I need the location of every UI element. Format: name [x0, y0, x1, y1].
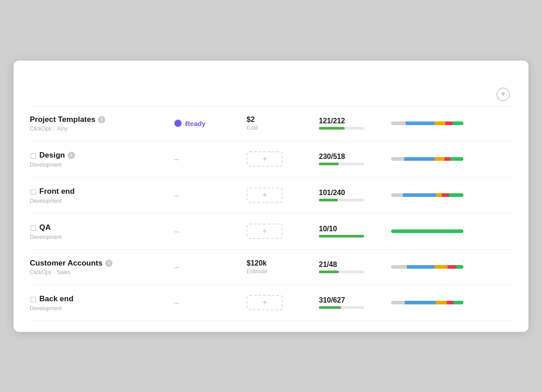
- list-title: Project Templates: [30, 115, 95, 124]
- add-column-button[interactable]: +: [496, 88, 510, 101]
- status-segment: [391, 193, 403, 197]
- info-icon[interactable]: i: [98, 116, 105, 123]
- status-segment: [391, 229, 463, 233]
- statuses-col-qa: [391, 229, 494, 233]
- status-bar: [391, 157, 463, 161]
- status-bar: [391, 193, 463, 197]
- progress-bar-fill: [319, 235, 364, 238]
- progress-col-customer-accounts: 21/48: [319, 261, 391, 273]
- add-calc-button[interactable]: +: [247, 187, 283, 203]
- status-segment: [405, 301, 435, 304]
- calc-col-project-templates: $2Cost: [247, 116, 319, 131]
- progress-fraction: 21/48: [319, 261, 391, 269]
- status-segment: [449, 193, 463, 197]
- status-segment: [404, 157, 435, 161]
- folder-icon: ◻: [30, 150, 37, 160]
- list-name-col-customer-accounts: Customer AccountsiClickOps›Sales: [30, 259, 174, 275]
- no-color-dash: –: [174, 154, 179, 164]
- status-segment: [406, 121, 435, 125]
- breadcrumb: ClickOps›Sales: [30, 269, 174, 275]
- table-header: +: [30, 88, 512, 106]
- status-segment: [453, 121, 463, 125]
- progress-col-qa: 10/10: [319, 225, 391, 238]
- breadcrumb-item: ClickOps: [30, 126, 51, 132]
- status-bar: [391, 229, 463, 233]
- list-overview-card: + Project TemplatesiClickOps›AmyReady$2C…: [14, 61, 528, 332]
- progress-fraction: 121/212: [319, 117, 391, 125]
- list-name-col-back-end: ◻Back endDevelopment: [30, 294, 174, 312]
- calc-type: Estimate: [247, 268, 319, 275]
- status-segment: [447, 301, 453, 304]
- table-body: Project TemplatesiClickOps›AmyReady$2Cos…: [30, 106, 512, 321]
- list-name-col-design: ◻DesigniDevelopment: [30, 150, 174, 168]
- color-label: Ready: [185, 120, 206, 127]
- status-segment: [448, 265, 456, 269]
- calc-col-design: +: [247, 151, 319, 167]
- no-color-dash: –: [174, 298, 179, 308]
- breadcrumb-separator: ›: [53, 126, 55, 132]
- color-col-qa: –: [174, 227, 247, 236]
- progress-bar-bg: [319, 271, 364, 273]
- progress-bar-fill: [319, 127, 345, 130]
- status-segment: [435, 265, 448, 269]
- add-calc-button[interactable]: +: [247, 151, 283, 167]
- statuses-col-customer-accounts: [391, 265, 494, 269]
- status-segment: [391, 265, 407, 269]
- calc-col-back-end: +: [247, 295, 319, 310]
- status-segment: [442, 193, 449, 197]
- status-segment: [453, 301, 463, 304]
- table-row: ◻DesigniDevelopment–+230/518: [30, 141, 512, 177]
- color-col-front-end: –: [174, 191, 247, 200]
- no-color-dash: –: [174, 227, 179, 236]
- list-name-col-front-end: ◻Front endDevelopment: [30, 187, 174, 204]
- col-calculation: [247, 88, 319, 101]
- folder-icon: ◻: [30, 187, 37, 196]
- info-icon[interactable]: i: [68, 152, 75, 159]
- add-calc-button[interactable]: +: [247, 295, 283, 310]
- progress-fraction: 10/10: [319, 225, 391, 233]
- progress-bar-bg: [319, 199, 364, 201]
- progress-col-front-end: 101/240: [319, 189, 391, 201]
- calc-value: $2: [247, 116, 319, 124]
- list-title: Front end: [39, 187, 75, 196]
- status-segment: [444, 157, 450, 161]
- status-segment: [391, 157, 404, 161]
- add-calc-button[interactable]: +: [247, 224, 283, 239]
- status-segment: [435, 157, 444, 161]
- status-segment: [445, 121, 453, 125]
- list-title: Back end: [39, 294, 74, 303]
- breadcrumb: Development: [30, 305, 174, 312]
- info-icon[interactable]: i: [105, 260, 112, 267]
- list-title: QA: [39, 223, 51, 232]
- status-bar: [391, 121, 463, 125]
- color-dot[interactable]: [174, 120, 182, 127]
- status-segment: [403, 193, 436, 197]
- calc-col-front-end: +: [247, 187, 319, 203]
- progress-col-design: 230/518: [319, 153, 391, 165]
- progress-bar-fill: [319, 199, 338, 201]
- table-row: ◻Back endDevelopment–+310/627: [30, 285, 512, 321]
- status-segment: [391, 121, 406, 125]
- status-bar: [391, 301, 463, 304]
- calc-col-customer-accounts: $120kEstimate: [247, 259, 319, 275]
- breadcrumb-separator: ›: [53, 269, 55, 275]
- progress-fraction: 230/518: [319, 153, 391, 161]
- list-title: Design: [39, 151, 65, 160]
- status-segment: [456, 265, 463, 269]
- status-segment: [435, 301, 447, 304]
- status-segment: [391, 301, 405, 304]
- list-title: Customer Accounts: [30, 259, 103, 268]
- color-col-project-templates: Ready: [174, 120, 247, 127]
- progress-bar-bg: [319, 235, 364, 238]
- col-color: [174, 88, 247, 101]
- progress-fraction: 310/627: [319, 296, 391, 304]
- color-col-back-end: –: [174, 298, 247, 308]
- breadcrumb-item: ClickOps: [30, 269, 51, 275]
- statuses-col-design: [391, 157, 494, 161]
- table-row: ◻QADevelopment–+10/10: [30, 214, 512, 250]
- progress-col-back-end: 310/627: [319, 296, 391, 309]
- breadcrumb-item: Sales: [57, 269, 70, 275]
- calc-value: $120k: [247, 259, 319, 267]
- statuses-col-project-templates: [391, 121, 494, 125]
- calc-type: Cost: [247, 125, 319, 131]
